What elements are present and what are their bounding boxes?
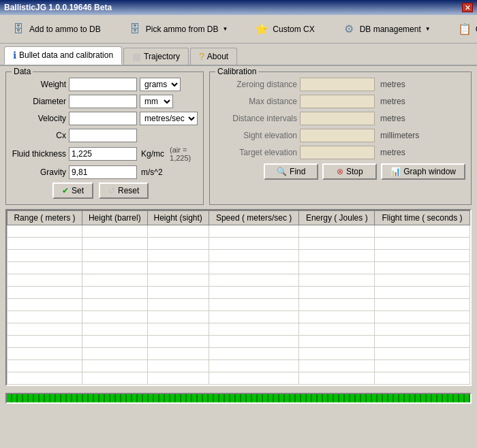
table-row [7, 311, 470, 323]
custom-cx-icon: ⭐ [253, 21, 270, 37]
weight-label: Weight [12, 80, 66, 89]
find-button[interactable]: 🔍 Find [264, 163, 318, 180]
tab-trajectory[interactable]: ▦ Trajectory [123, 48, 189, 65]
set-button[interactable]: ✔ Set [52, 182, 93, 199]
progress-bar-container [5, 393, 472, 404]
data-table: Range ( meters ) Height (barrel) Height … [7, 210, 470, 385]
target-elevation-input[interactable] [300, 146, 375, 159]
tab-bar: ℹ Bullet data and calibration ▦ Trajecto… [0, 44, 477, 66]
calibration-history-button[interactable]: 📋 Calibration history [450, 18, 477, 40]
tab-bullet-icon: ℹ [13, 50, 16, 61]
panels-row: Data Weight grams grains oz Diameter mm … [5, 71, 472, 205]
velocity-input[interactable] [69, 112, 137, 125]
db-management-button[interactable]: ⚙ DB management ▼ [335, 18, 437, 40]
pick-ammo-button[interactable]: 🗄 Pick ammo from DB ▼ [121, 18, 234, 40]
reset-label: Reset [118, 186, 139, 195]
max-distance-input[interactable] [300, 95, 375, 108]
diameter-input[interactable] [69, 95, 137, 108]
reset-button[interactable]: ↺ Reset [99, 182, 149, 199]
pick-ammo-dropdown-arrow: ▼ [222, 26, 228, 32]
table-row [7, 238, 470, 250]
zeroing-distance-label: Zeroing distance [215, 80, 297, 89]
gravity-input[interactable] [69, 165, 137, 179]
table-row [7, 348, 470, 360]
add-ammo-button[interactable]: 🗄 Add to ammo to DB [4, 18, 107, 40]
weight-input[interactable] [69, 78, 137, 91]
distance-intervals-label: Distance intervals [215, 114, 297, 123]
diameter-label: Diameter [12, 97, 66, 106]
table-row [7, 262, 470, 274]
table-row [7, 225, 470, 238]
col-energy: Energy ( Joules ) [299, 211, 375, 225]
graph-window-button[interactable]: 📊 Graph window [381, 163, 465, 180]
tab-about-icon: ? [199, 51, 204, 62]
tab-bullet-label: Bullet data and calibration [19, 50, 113, 60]
stop-icon: ⊗ [337, 167, 343, 176]
diameter-unit-select[interactable]: mm inch [140, 95, 173, 108]
sight-elevation-unit: millimeters [380, 131, 419, 140]
stop-label: Stop [346, 167, 363, 176]
velocity-unit-select[interactable]: metres/sec feet/sec [140, 112, 198, 125]
gravity-unit: m/s^2 [141, 167, 163, 177]
data-buttons-row: ✔ Set ↺ Reset [12, 182, 198, 199]
tab-trajectory-icon: ▦ [132, 51, 141, 62]
graph-icon: 📊 [390, 167, 401, 176]
db-management-icon: ⚙ [341, 21, 357, 37]
progress-bar [7, 394, 470, 402]
table-row [7, 336, 470, 348]
tab-bullet[interactable]: ℹ Bullet data and calibration [4, 46, 122, 65]
col-speed: Speed ( meters/sec ) [209, 211, 299, 225]
pick-ammo-label: Pick ammo from DB [146, 25, 219, 34]
cx-input[interactable] [69, 129, 137, 142]
fluid-thickness-unit: Kg/mc [141, 149, 164, 159]
find-label: Find [290, 167, 305, 176]
target-elevation-row: Target elevation metres [215, 146, 465, 159]
fluid-thickness-note: (air = 1,225) [170, 146, 198, 162]
zeroing-distance-unit: metres [380, 80, 405, 89]
col-flight-time: Flight time ( seconds ) [375, 211, 470, 225]
tab-about[interactable]: ? About [190, 48, 237, 65]
main-content: Data Weight grams grains oz Diameter mm … [0, 66, 477, 411]
weight-unit-select[interactable]: grams grains oz [140, 78, 181, 91]
data-group-title: Data [12, 67, 33, 76]
table-row [7, 299, 470, 311]
close-button[interactable]: ✕ [462, 3, 473, 12]
zeroing-distance-input[interactable] [300, 78, 375, 91]
col-range: Range ( meters ) [7, 211, 82, 225]
custom-cx-label: Custom CX [273, 25, 314, 34]
calibration-action-buttons: 🔍 Find ⊗ Stop 📊 Graph window [215, 163, 465, 180]
cx-label: Cx [12, 131, 66, 140]
max-distance-label: Max distance [215, 97, 297, 106]
calibration-group-title: Calibration [215, 67, 258, 76]
sight-elevation-row: Sight elevation millimeters [215, 129, 465, 142]
col-height-sight: Height (sight) [147, 211, 209, 225]
add-ammo-icon: 🗄 [10, 21, 27, 37]
custom-cx-button[interactable]: ⭐ Custom CX [247, 18, 320, 40]
table-row [7, 323, 470, 336]
zeroing-distance-row: Zeroing distance metres [215, 78, 465, 91]
sight-elevation-input[interactable] [300, 129, 375, 142]
velocity-row: Velocity metres/sec feet/sec [12, 112, 198, 125]
fluid-thickness-input[interactable] [69, 147, 137, 161]
pick-ammo-icon: 🗄 [127, 21, 143, 37]
calibration-group: Calibration Zeroing distance metres Max … [209, 71, 472, 205]
col-height-barrel: Height (barrel) [82, 211, 147, 225]
sight-elevation-label: Sight elevation [215, 131, 297, 140]
diameter-row: Diameter mm inch [12, 95, 198, 108]
stop-button[interactable]: ⊗ Stop [322, 163, 377, 180]
weight-row: Weight grams grains oz [12, 78, 198, 91]
gravity-row: Gravity m/s^2 [12, 165, 198, 179]
graph-label: Graph window [403, 167, 456, 176]
fluid-thickness-row: Fluid thickness Kg/mc (air = 1,225) [12, 146, 198, 162]
db-management-label: DB management [360, 25, 421, 34]
data-table-container: Range ( meters ) Height (barrel) Height … [5, 209, 472, 386]
fluid-thickness-label: Fluid thickness [12, 149, 66, 159]
find-icon: 🔍 [277, 167, 287, 176]
distance-intervals-input[interactable] [300, 112, 375, 125]
calibration-history-icon: 📋 [457, 21, 473, 37]
add-ammo-label: Add to ammo to DB [29, 25, 101, 34]
reset-icon: ↺ [108, 186, 115, 195]
table-header: Range ( meters ) Height (barrel) Height … [7, 211, 470, 225]
max-distance-row: Max distance metres [215, 95, 465, 108]
toolbar: 🗄 Add to ammo to DB 🗄 Pick ammo from DB … [0, 15, 477, 44]
